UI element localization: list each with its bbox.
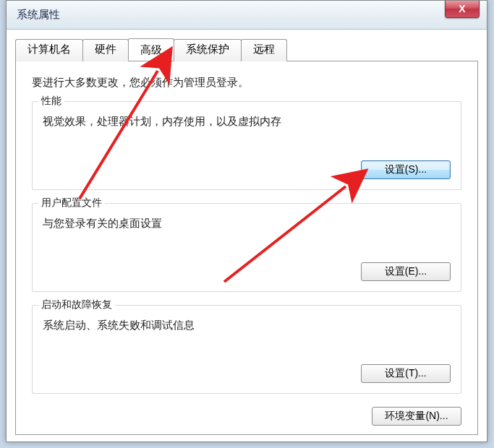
- tab-hardware[interactable]: 硬件: [82, 39, 129, 61]
- performance-group: 性能 视觉效果，处理器计划，内存使用，以及虚拟内存 设置(S)...: [32, 101, 461, 190]
- titlebar: 系统属性 X: [7, 1, 487, 30]
- close-button[interactable]: X: [445, 1, 480, 18]
- tab-system-protection[interactable]: 系统保护: [174, 39, 242, 61]
- performance-settings-button[interactable]: 设置(S)...: [361, 160, 451, 179]
- startup-recovery-settings-button[interactable]: 设置(T)...: [361, 364, 451, 383]
- advanced-panel: 要进行大多数更改，您必须作为管理员登录。 性能 视觉效果，处理器计划，内存使用，…: [15, 61, 478, 435]
- startup-recovery-title: 启动和故障恢复: [38, 298, 115, 311]
- user-profiles-title: 用户配置文件: [38, 197, 105, 210]
- environment-variables-button[interactable]: 环境变量(N)...: [372, 407, 461, 426]
- content-area: 计算机名 硬件 高级 系统保护 远程 要进行大多数更改，您必须作为管理员登录。 …: [7, 30, 487, 435]
- tab-strip: 计算机名 硬件 高级 系统保护 远程: [15, 38, 478, 61]
- close-icon: X: [459, 3, 465, 14]
- tab-computer-name[interactable]: 计算机名: [15, 39, 83, 61]
- user-profiles-settings-button[interactable]: 设置(E)...: [361, 262, 451, 281]
- startup-recovery-desc: 系统启动、系统失败和调试信息: [43, 319, 451, 332]
- user-profiles-desc: 与您登录有关的桌面设置: [43, 217, 451, 231]
- tab-advanced[interactable]: 高级: [128, 38, 174, 61]
- admin-notice: 要进行大多数更改，您必须作为管理员登录。: [32, 76, 461, 90]
- tab-remote[interactable]: 远程: [241, 39, 287, 61]
- startup-recovery-group: 启动和故障恢复 系统启动、系统失败和调试信息 设置(T)...: [32, 305, 461, 394]
- system-properties-window: 系统属性 X 计算机名 硬件 高级 系统保护 远程 要进行大多数更改，您必须作为…: [6, 0, 487, 442]
- performance-desc: 视觉效果，处理器计划，内存使用，以及虚拟内存: [43, 115, 451, 129]
- performance-title: 性能: [38, 95, 64, 108]
- user-profiles-group: 用户配置文件 与您登录有关的桌面设置 设置(E)...: [32, 203, 461, 292]
- window-title: 系统属性: [17, 8, 60, 22]
